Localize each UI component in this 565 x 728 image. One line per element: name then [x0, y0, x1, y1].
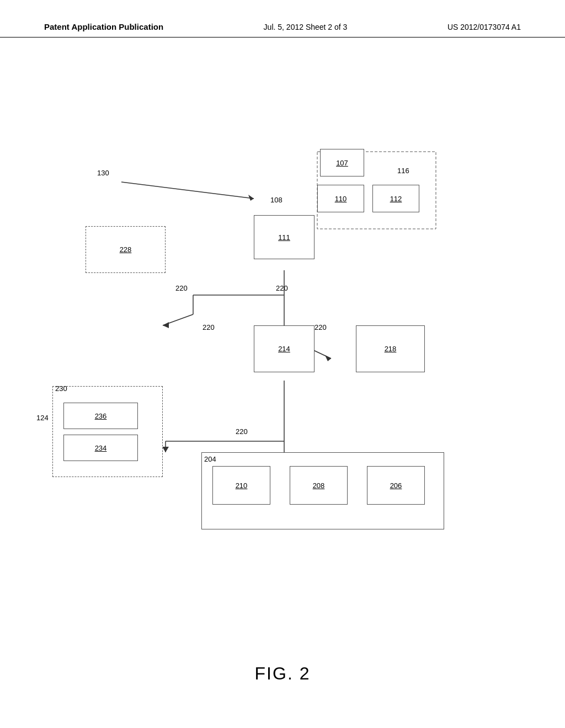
svg-marker-1	[248, 195, 254, 201]
box-110: 110	[317, 185, 364, 212]
label-206: 206	[390, 481, 402, 490]
box-111: 111	[254, 215, 315, 259]
publication-date: Jul. 5, 2012 Sheet 2 of 3	[264, 23, 348, 31]
ref-130: 130	[97, 169, 109, 177]
figure-caption: FIG. 2	[0, 663, 565, 684]
svg-marker-15	[162, 447, 169, 452]
label-110: 110	[335, 195, 347, 203]
label-111: 111	[278, 233, 290, 242]
label-234: 234	[95, 444, 107, 452]
box-236: 236	[63, 403, 138, 429]
ref-108: 108	[270, 196, 282, 204]
publication-title: Patent Application Publication	[44, 22, 163, 31]
ref-220-b: 220	[276, 284, 288, 292]
box-208: 208	[290, 466, 348, 505]
svg-line-0	[121, 182, 254, 199]
box-214: 214	[254, 325, 315, 372]
label-210: 210	[236, 481, 248, 490]
svg-line-7	[163, 314, 193, 325]
label-112: 112	[390, 195, 402, 203]
ref-230: 230	[55, 384, 67, 393]
box-107: 107	[320, 149, 364, 176]
box-218: 218	[356, 325, 425, 372]
label-214: 214	[278, 345, 290, 353]
diagram-area: 107 110 112 116 108 111 228 130 220 220 …	[0, 66, 565, 618]
svg-marker-11	[325, 355, 331, 361]
ref-116: 116	[397, 167, 409, 175]
ref-220-c: 220	[202, 323, 215, 331]
publication-number: US 2012/0173074 A1	[447, 23, 521, 31]
box-206: 206	[367, 466, 425, 505]
ref-220-d: 220	[315, 323, 327, 331]
label-236: 236	[95, 412, 107, 420]
label-107: 107	[336, 159, 348, 167]
page-header: Patent Application Publication Jul. 5, 2…	[0, 22, 565, 38]
box-210: 210	[212, 466, 270, 505]
label-218: 218	[385, 345, 397, 353]
box-234: 234	[63, 435, 138, 461]
ref-220-a: 220	[175, 284, 188, 292]
label-228: 228	[120, 245, 132, 254]
svg-marker-8	[163, 322, 169, 328]
box-230	[52, 386, 163, 477]
ref-220-e: 220	[236, 427, 248, 436]
ref-204: 204	[204, 455, 216, 463]
box-112: 112	[372, 185, 419, 212]
box-228: 228	[86, 226, 166, 273]
ref-124: 124	[36, 414, 49, 422]
label-208: 208	[313, 481, 325, 490]
